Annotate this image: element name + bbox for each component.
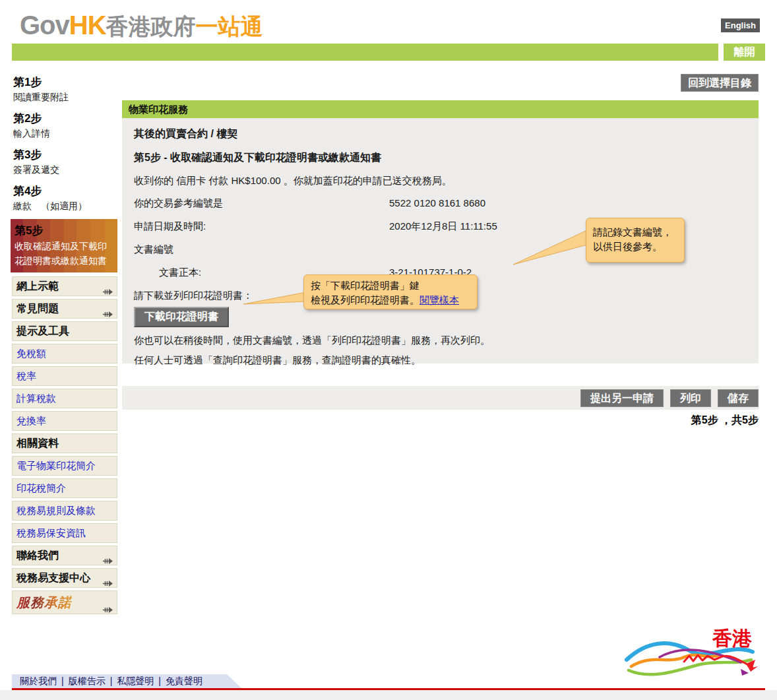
sidebar-item-contact-us[interactable]: 聯絡我們 [12,546,117,565]
application-datetime-value: 2020年12月8日 11:11:55 [389,220,497,233]
footer-separator: | [61,676,64,686]
step-label: 輸入詳情 [13,127,117,141]
callout-line: 以供日後參考。 [593,239,677,254]
sidebar-step-4: 第4步 繳款 （如適用） [12,183,117,213]
reprint-note: 你也可以在稍後時間，使用文書編號，透過「列印印花證明書」服務，再次列印。 [134,334,747,347]
brand-hongkong-logo: 香港 [623,625,765,691]
step-label: 閱讀重要附註 [13,90,117,104]
sidebar-step-1: 第1步 閱讀重要附註 [12,74,117,104]
callout-download-tail [241,288,308,309]
transaction-ref-row: 你的交易參考編號是 5522 0120 8161 8680 [134,197,747,210]
bottom-strip [0,690,777,700]
arrow-right-icon [102,599,113,621]
step-title: 第4步 [13,183,117,199]
govhk-logo: GovHK香港政府一站通 [20,11,263,42]
logo-gov: Gov [20,11,69,40]
menu-label: 提示及工具 [16,325,69,336]
step-label: 收取確認通知及下載印花證明書或繳款通知書 [15,239,113,268]
sidebar-item-tips-tools[interactable]: 提示及工具 [12,321,117,341]
dragon-ribbon-icon: 香港 [623,625,765,688]
sidebar-step-3: 第3步 簽署及遞交 [12,146,117,177]
payment-confirmation-text: 收到你的 信用卡 付款 HK$100.00 。你就加蓋印花的申請已送交稅務局。 [134,175,747,187]
menu-label: 稅務易規則及條款 [16,505,96,516]
callout-docnum-tail [511,222,592,270]
footer-link-copyright[interactable]: 版權告示 [69,676,106,686]
callout-press-download: 按「下載印花證明書」鍵 檢視及列印印花證明書。閱覽樣本 [303,274,478,309]
sidebar-item-faq[interactable]: 常見問題 [12,299,117,319]
callout-text: 檢視及列印印花證明書。 [311,294,420,305]
menu-label: 印花稅簡介 [16,482,66,493]
service-title-bar: 物業印花服務 [122,100,759,118]
back-to-menu-button[interactable]: 回到選擇目錄 [681,74,759,92]
menu-label: 常見問題 [16,303,59,314]
step-label: 簽署及遞交 [13,163,117,177]
save-button[interactable]: 儲存 [718,389,759,407]
menu-label: 稅率 [16,370,36,381]
callout-record-doc-number: 請記錄文書編號， 以供日後參考。 [586,218,685,263]
menu-label: 電子物業印花簡介 [16,460,96,471]
sidebar-step-5-active: 第5步 收取確認通知及下載印花證明書或繳款通知書 [11,219,117,272]
sidebar-item-allowance[interactable]: 免稅額 [12,344,117,364]
sidebar-item-compute-tax[interactable]: 計算稅款 [12,389,117,408]
menu-label: 稅務易保安資訊 [16,527,86,538]
menu-label: 兌換率 [16,415,46,426]
download-stamp-certificate-button[interactable]: 下載印花證明書 [134,307,229,327]
logo-hk: HK [69,11,106,40]
page: GovHK香港政府一站通 English 離開 第1步 閱讀重要附註 第2步 輸… [0,0,777,700]
footer-link-about-us[interactable]: 關於我們 [20,676,57,686]
sidebar: 第1步 閱讀重要附註 第2步 輸入詳情 第3步 簽署及遞交 第4步 繳款 （如適… [12,74,117,617]
performance-pledge-calligraphy: 服務承諾 [16,594,72,610]
step-counter: 第5步 ，共5步 [691,414,759,428]
step5-heading: 第5步 - 收取確認通知及下載印花證明書或繳款通知書 [134,151,747,165]
step-title: 第3步 [13,146,117,163]
sidebar-item-exchange-rate[interactable]: 兌換率 [12,411,117,431]
menu-label: 相關資料 [16,437,59,449]
menu-label: 網上示範 [16,280,59,292]
menu-label: 免稅額 [16,348,46,359]
leave-button[interactable]: 離開 [724,44,765,61]
transaction-ref-value: 5522 0120 8161 8680 [389,197,485,210]
footer-separator: | [158,676,161,686]
english-language-button[interactable]: English [721,18,760,32]
logo-cn-orange: 一站通 [196,14,263,39]
content-panel: 其後的買賣合約 / 樓契 第5步 - 收取確認通知及下載印花證明書或繳款通知書 … [122,118,759,364]
menu-label: 聯絡我們 [16,550,59,561]
sidebar-item-online-demo[interactable]: 網上示範 [12,276,117,296]
sidebar-item-etax-support[interactable]: 稅務易支援中心 [12,568,117,588]
menu-label: 計算稅款 [16,393,56,404]
view-sample-link[interactable]: 閱覽樣本 [420,294,459,305]
sidebar-item-stamp-duty-intro[interactable]: 印花稅簡介 [12,478,117,498]
footer-separator: | [110,676,113,686]
callout-line: 請記錄文書編號， [593,225,677,239]
callout-line: 按「下載印花證明書」鍵 [311,278,470,293]
sidebar-item-performance-pledge[interactable]: 服務承諾 [12,590,117,614]
sidebar-step-2: 第2步 輸入詳情 [12,110,117,141]
sidebar-item-related-info[interactable]: 相關資料 [12,433,117,453]
callout-line: 檢視及列印印花證明書。閱覽樣本 [311,293,470,307]
sidebar-item-etax-security[interactable]: 稅務易保安資訊 [12,523,117,543]
submit-another-application-button[interactable]: 提出另一申請 [580,389,664,407]
brand-hongkong-text: 香港 [712,627,753,649]
application-datetime-label: 申請日期及時間: [134,220,389,233]
menu-label: 稅務易支援中心 [16,572,90,583]
step-label: 繳款 （如適用） [13,199,117,213]
footer-links-bar: 關於我們|版權告示|私隱聲明|免責聲明 [12,674,241,688]
logo-cn-gray: 香港政府 [106,14,196,39]
step-title: 第1步 [13,74,117,90]
sidebar-item-etax-terms[interactable]: 稅務易規則及條款 [12,501,117,521]
document-type-subtitle: 其後的買賣合約 / 樓契 [134,127,747,141]
verify-note: 任何人士可透過「查詢印花證明書」服務，查詢證明書的真確性。 [134,354,747,367]
footer-link-privacy[interactable]: 私隱聲明 [117,676,154,686]
transaction-ref-label: 你的交易參考編號是 [134,197,389,210]
step-title: 第5步 [15,222,113,239]
sidebar-item-estamping-intro[interactable]: 電子物業印花簡介 [12,456,117,476]
header-green-bar [12,44,718,61]
print-button[interactable]: 列印 [670,389,711,407]
step-title: 第2步 [13,110,117,127]
footer-link-disclaimer[interactable]: 免責聲明 [166,676,202,686]
sidebar-item-tax-rate[interactable]: 稅率 [12,366,117,386]
action-button-strip: 提出另一申請 列印 儲存 [122,386,759,410]
